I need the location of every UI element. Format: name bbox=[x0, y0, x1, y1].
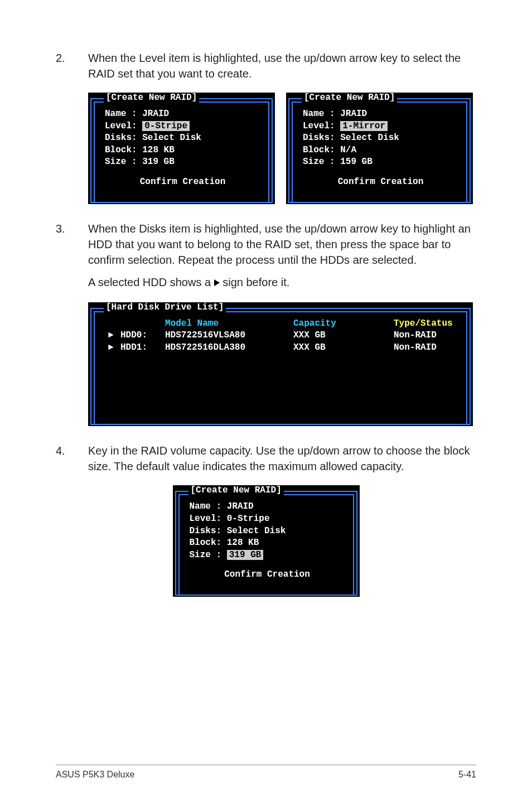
step-text: When the Disks item is highlighted, use … bbox=[88, 221, 476, 268]
triangle-icon bbox=[214, 279, 220, 286]
list-header: Model Name Capacity Type/Status bbox=[108, 318, 453, 330]
list-row: ► HDD0: HDS722516VLSA80 XXX GB Non-RAID bbox=[108, 330, 453, 342]
step-note: A selected HDD shows a sign before it. bbox=[88, 274, 476, 290]
level-value-highlight: 0-Stripe bbox=[142, 121, 190, 131]
step-2: 2. When the Level item is highlighted, u… bbox=[56, 50, 476, 81]
level-value-highlight: 1-Mirror bbox=[340, 121, 388, 131]
footer-product: ASUS P5K3 Deluxe bbox=[56, 770, 134, 780]
step-text: Key in the RAID volume capacity. Use the… bbox=[88, 443, 476, 474]
step-number: 4. bbox=[56, 443, 88, 474]
confirm-creation: Confirm Creation bbox=[303, 176, 458, 189]
bios-panel-level-stripe: [Create New RAID] Name : JRAID Level: 0-… bbox=[88, 93, 275, 204]
bios-panel-size: [Create New RAID] Name : JRAID Level: 0-… bbox=[173, 485, 360, 597]
step-number: 3. bbox=[56, 221, 88, 292]
page-footer: ASUS P5K3 Deluxe 5-41 bbox=[56, 765, 476, 780]
step-4: 4. Key in the RAID volume capacity. Use … bbox=[56, 443, 476, 474]
bios-panel-disk-list: [Hard Disk Drive List] Model Name Capaci… bbox=[88, 302, 473, 427]
panel-title: [Create New RAID] bbox=[188, 485, 284, 495]
step-text: When the Level item is highlighted, use … bbox=[88, 50, 476, 81]
step-3: 3. When the Disks item is highlighted, u… bbox=[56, 221, 476, 292]
selected-marker-icon: ► bbox=[108, 342, 120, 354]
panel-title: [Create New RAID] bbox=[104, 93, 199, 103]
selected-marker-icon: ► bbox=[108, 330, 120, 342]
list-row: ► HDD1: HDS722516DLA380 XXX GB Non-RAID bbox=[108, 342, 453, 354]
confirm-creation: Confirm Creation bbox=[105, 176, 260, 189]
footer-page-number: 5-41 bbox=[458, 770, 476, 780]
step-number: 2. bbox=[56, 50, 88, 81]
panel-title: [Hard Disk Drive List] bbox=[104, 302, 226, 312]
panel-title: [Create New RAID] bbox=[302, 93, 397, 103]
size-value-highlight: 319 GB bbox=[227, 550, 264, 560]
confirm-creation: Confirm Creation bbox=[190, 569, 345, 581]
bios-panel-level-mirror: [Create New RAID] Name : JRAID Level: 1-… bbox=[286, 93, 473, 204]
